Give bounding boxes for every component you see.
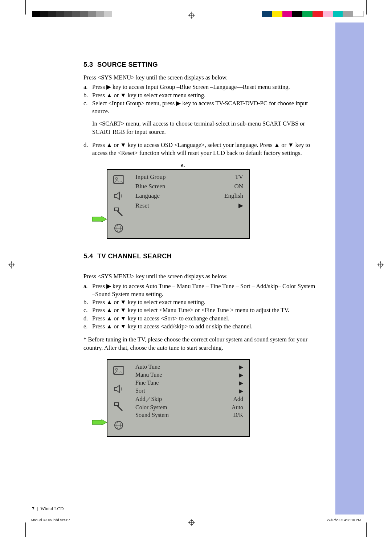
intro-text: Press <SYS MENU> key until the screen di… [83,74,316,82]
svg-marker-12 [92,216,107,222]
footnote: * Before tuning in the TV, please choose… [83,336,316,352]
osd-figure-channel: Auto Tune▶ Manu Tune▶ Fine Tune▶ Sort▶ A… [107,359,316,437]
heading-channel-search: 5.4 TV CHANNEL SEARCH [83,253,316,260]
svg-marker-20 [92,419,107,425]
picture-icon [109,172,128,188]
print-footer: Manual 32L05.indd Sec1:7 27/07/2005 4:38… [31,518,361,522]
settings-hammer-icon [109,204,128,220]
svg-point-14 [115,177,118,180]
heading-source-setting: 5.3 SOURCE SETTING [83,61,316,69]
svg-point-22 [115,368,118,370]
osd-figure-source: e. Input GroupTV Blue ScreenON LanguageE… [107,162,316,239]
svg-line-16 [117,211,122,216]
osd-rows: Auto Tune▶ Manu Tune▶ Fine Tune▶ Sort▶ A… [130,360,249,436]
color-calibration-bar [262,11,364,17]
instruction-list: d.Press ▲ or ▼ key to access OSD <Langua… [83,141,316,157]
registration-mark-icon [188,12,195,19]
grayscale-bar [32,11,112,17]
svg-rect-13 [114,176,124,184]
arrow-pointer-icon [92,419,107,425]
osd-rows: Input GroupTV Blue ScreenON LanguageEngl… [130,170,249,238]
registration-mark-icon [8,261,15,268]
globe-icon [109,417,128,434]
sound-icon [109,188,128,204]
intro-text: Press <SYS MENU> key until the screen di… [83,272,316,280]
settings-hammer-icon [109,398,128,416]
globe-icon [109,221,128,236]
page-margin-shade [335,22,364,515]
arrow-pointer-icon [92,216,107,222]
scart-note: In <SCART> menu, will access to choose t… [92,120,316,136]
svg-line-24 [117,406,122,411]
page-footer: 7 | Wintal LCD [32,506,64,512]
sound-icon [109,380,128,398]
instruction-list: a.Press ▶ key to access Input Group –Blu… [83,83,316,115]
picture-icon [109,362,128,380]
registration-mark-icon [377,261,384,268]
svg-rect-21 [114,366,124,374]
svg-rect-23 [114,403,119,406]
svg-rect-15 [114,208,119,211]
instruction-list: a.Press ▶ key to access Auto Tune – Manu… [83,282,316,331]
